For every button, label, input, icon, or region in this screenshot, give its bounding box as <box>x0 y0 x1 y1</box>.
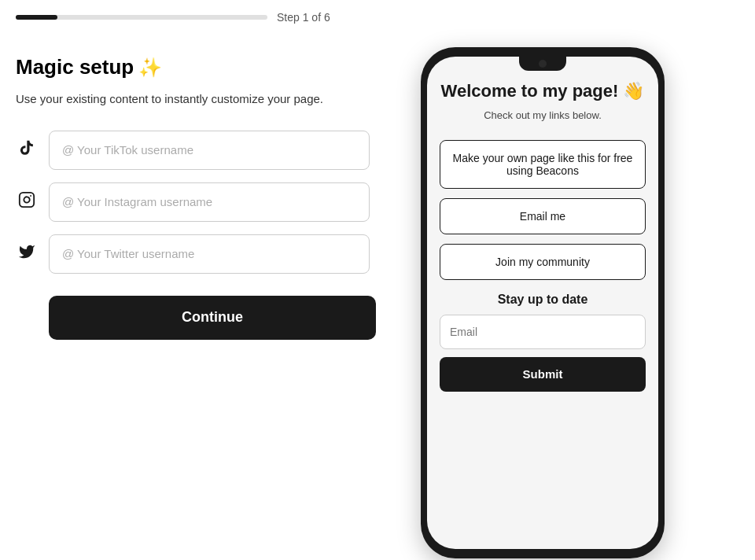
phone-stay-up-title: Stay up to date <box>440 293 646 307</box>
magic-emoji: ✨ <box>138 57 162 79</box>
page-title: Magic setup ✨ <box>16 55 370 79</box>
phone-link-btn-email[interactable]: Email me <box>440 198 646 234</box>
tiktok-input-row <box>16 131 370 170</box>
right-panel: Welcome to my page! 👋 Check out my links… <box>401 47 684 558</box>
phone-screen: Welcome to my page! 👋 Check out my links… <box>427 57 658 549</box>
continue-button[interactable]: Continue <box>49 296 376 340</box>
phone-email-input[interactable] <box>440 315 646 349</box>
main-layout: Magic setup ✨ Use your existing content … <box>0 31 755 558</box>
instagram-input-row <box>16 182 370 222</box>
twitter-icon <box>16 243 38 265</box>
progress-area: Step 1 of 6 <box>0 0 755 31</box>
phone-welcome-title: Welcome to my page! 👋 <box>440 80 646 103</box>
left-panel: Magic setup ✨ Use your existing content … <box>16 47 370 340</box>
progress-bar-fill <box>16 15 57 20</box>
progress-bar-track <box>16 15 267 20</box>
tiktok-icon <box>16 139 38 161</box>
phone-submit-button[interactable]: Submit <box>440 357 646 392</box>
phone-camera <box>539 60 547 68</box>
phone-subtitle: Check out my links below. <box>440 109 646 121</box>
svg-rect-0 <box>20 192 34 206</box>
tiktok-input[interactable] <box>49 131 370 170</box>
page-title-text: Magic setup <box>16 55 134 79</box>
phone-link-btn-beacons[interactable]: Make your own page like this for free us… <box>440 140 646 189</box>
subtitle-text: Use your existing content to instantly c… <box>16 90 370 109</box>
twitter-input[interactable] <box>49 234 370 274</box>
instagram-input[interactable] <box>49 182 370 222</box>
phone-link-btn-community[interactable]: Join my community <box>440 244 646 280</box>
phone-notch <box>519 57 566 71</box>
phone-content[interactable]: Welcome to my page! 👋 Check out my links… <box>427 57 658 549</box>
instagram-icon <box>16 191 38 213</box>
twitter-input-row <box>16 234 370 274</box>
step-label: Step 1 of 6 <box>277 11 330 24</box>
phone-mockup: Welcome to my page! 👋 Check out my links… <box>421 47 665 558</box>
